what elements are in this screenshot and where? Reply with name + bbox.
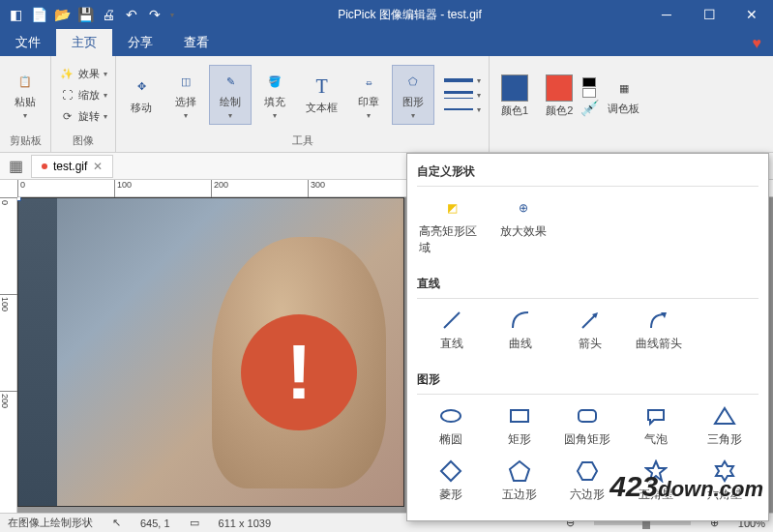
shape-ellipse[interactable]: 椭圆 xyxy=(417,399,486,454)
shape-rect[interactable]: 矩形 xyxy=(486,399,554,454)
image-group-label: 图像 xyxy=(55,132,111,150)
dimensions-icon: ▭ xyxy=(190,517,199,529)
paste-button[interactable]: 📋 粘贴 ▾ xyxy=(4,66,46,124)
draw-tool[interactable]: ✎绘制▾ xyxy=(209,65,252,125)
color1-button[interactable]: 颜色1 xyxy=(493,71,536,122)
svg-marker-9 xyxy=(510,461,529,481)
shape-curve[interactable]: 曲线 xyxy=(486,303,554,358)
tab-home[interactable]: 主页 xyxy=(56,29,112,56)
ribbon-group-clipboard: 📋 粘贴 ▾ 剪贴板 xyxy=(0,56,51,152)
document-tab[interactable]: test.gif ✕ xyxy=(31,155,113,178)
color-presets[interactable] xyxy=(582,77,598,98)
palette-button[interactable]: ▦调色板 xyxy=(600,73,647,120)
triangle-icon xyxy=(713,404,736,428)
tab-file[interactable]: 文件 xyxy=(0,29,56,56)
shape-rounded-rect[interactable]: 圆角矩形 xyxy=(553,399,622,454)
shape-speech[interactable]: 气泡 xyxy=(622,399,691,454)
tab-share[interactable]: 分享 xyxy=(112,29,168,56)
qat-open-icon[interactable]: 📂 xyxy=(54,7,70,22)
svg-line-1 xyxy=(582,314,596,328)
stamp-tool[interactable]: ⏛印章▾ xyxy=(347,66,390,124)
diamond-icon xyxy=(439,459,462,483)
shapes-icon: ⬠ xyxy=(401,70,425,93)
curve-arrow-icon xyxy=(647,309,670,332)
pencil-icon: ✎ xyxy=(219,70,242,93)
shapes-dropdown-panel: 自定义形状 ◩ 高亮矩形区域 ⊕ 放大效果 直线 直线 曲线 箭头 曲线箭头 图… xyxy=(406,153,769,521)
text-icon: T xyxy=(311,75,334,99)
view-thumbnails-icon[interactable]: ▦ xyxy=(6,157,25,176)
shape-diamond[interactable]: 菱形 xyxy=(417,454,486,509)
rounded-rect-icon xyxy=(576,404,599,428)
outline-style[interactable]: ▾ xyxy=(440,74,485,87)
tab-view[interactable]: 查看 xyxy=(168,29,224,56)
rotate-icon: ⟳ xyxy=(59,108,74,124)
speech-icon xyxy=(644,404,668,428)
hexagon-icon xyxy=(576,459,599,483)
move-icon: ✥ xyxy=(130,75,153,99)
custom-shapes-header: 自定义形状 xyxy=(417,158,758,187)
shape-magnify[interactable]: ⊕ 放大效果 xyxy=(488,191,558,262)
fill-tool[interactable]: 🪣填充▾ xyxy=(253,66,296,124)
qat-undo-icon[interactable]: ↶ xyxy=(124,7,139,22)
close-tab-icon[interactable]: ✕ xyxy=(93,160,103,173)
svg-rect-6 xyxy=(579,410,596,422)
ribbon-tabs: 文件 主页 分享 查看 ♥ xyxy=(0,29,773,56)
document-tab-label: test.gif xyxy=(53,160,87,173)
qat-save-icon[interactable]: 💾 xyxy=(77,7,93,22)
canvas-image[interactable]: ! xyxy=(17,197,404,507)
modified-indicator-icon xyxy=(42,163,47,169)
lines-header: 直线 xyxy=(417,270,758,299)
resize-icon: ⛶ xyxy=(59,87,74,103)
move-tool[interactable]: ✥移动 xyxy=(120,72,163,119)
pentagon-icon xyxy=(508,459,531,483)
ruler-vertical: 0 100 200 xyxy=(0,197,17,513)
cursor-position: 645, 1 xyxy=(140,517,170,529)
close-button[interactable]: ✕ xyxy=(730,0,773,29)
watermark: 423down.com xyxy=(609,470,763,503)
effects-button[interactable]: ✨效果▾ xyxy=(55,64,111,83)
clipboard-group-label: 剪贴板 xyxy=(4,132,46,150)
shape-curve-arrow[interactable]: 曲线箭头 xyxy=(624,303,693,358)
titlebar: ◧ 📄 📂 💾 🖨 ↶ ↷ ▾ PicPick 图像编辑器 - test.gif… xyxy=(0,0,773,29)
ribbon-group-image: ✨效果▾ ⛶缩放▾ ⟳旋转▾ 图像 xyxy=(51,56,116,152)
shape-triangle[interactable]: 三角形 xyxy=(690,399,758,454)
minimize-button[interactable]: ─ xyxy=(645,0,688,29)
shape-pentagon[interactable]: 五边形 xyxy=(486,454,554,509)
line-style[interactable]: ▾ xyxy=(440,103,485,116)
select-tool[interactable]: ◫选择▾ xyxy=(164,66,207,124)
select-icon: ◫ xyxy=(174,70,197,93)
eyedropper-icon[interactable]: 💉 xyxy=(582,100,598,115)
shape-highlight-rect[interactable]: ◩ 高亮矩形区域 xyxy=(417,191,488,262)
svg-line-0 xyxy=(444,312,460,328)
palette-icon: ▦ xyxy=(612,76,636,100)
rotate-button[interactable]: ⟳旋转▾ xyxy=(55,106,111,126)
rect-icon xyxy=(508,404,531,428)
shapes-tool[interactable]: ⬠图形▾ xyxy=(392,65,434,125)
paste-label: 粘贴 xyxy=(15,95,36,109)
ribbon-group-colors: 颜色1 颜色2 💉 ▦调色板 xyxy=(490,56,651,152)
ribbon-group-tools: ✥移动 ◫选择▾ ✎绘制▾ 🪣填充▾ T文本框 ⏛印章▾ ⬠图形▾ ▾ ▾ ▾ … xyxy=(116,56,490,152)
favorite-icon[interactable]: ♥ xyxy=(753,35,762,56)
clipboard-icon: 📋 xyxy=(14,70,37,93)
shapes-header: 图形 xyxy=(417,366,758,395)
svg-marker-7 xyxy=(715,408,734,424)
text-tool[interactable]: T文本框 xyxy=(298,72,345,119)
stamp-icon: ⏛ xyxy=(357,70,380,93)
qat-print-icon[interactable]: 🖨 xyxy=(101,7,116,22)
qat-new-icon[interactable]: 📄 xyxy=(31,7,46,22)
line-weight[interactable]: ▾ xyxy=(440,89,485,102)
resize-button[interactable]: ⛶缩放▾ xyxy=(55,85,111,104)
window-title: PicPick 图像编辑器 - test.gif xyxy=(174,7,645,23)
bucket-icon: 🪣 xyxy=(263,70,286,93)
maximize-button[interactable]: ☐ xyxy=(688,0,730,29)
shape-line[interactable]: 直线 xyxy=(417,303,486,358)
svg-marker-8 xyxy=(441,461,461,481)
qat-redo-icon[interactable]: ↷ xyxy=(147,7,163,22)
zoom-slider[interactable] xyxy=(594,521,691,525)
shape-arrow[interactable]: 箭头 xyxy=(555,303,624,358)
color2-button[interactable]: 颜色2 xyxy=(538,71,580,122)
exclamation-overlay: ! xyxy=(241,314,357,430)
svg-rect-5 xyxy=(511,410,528,422)
ellipse-icon xyxy=(439,404,462,428)
resize-handle[interactable] xyxy=(17,197,21,201)
